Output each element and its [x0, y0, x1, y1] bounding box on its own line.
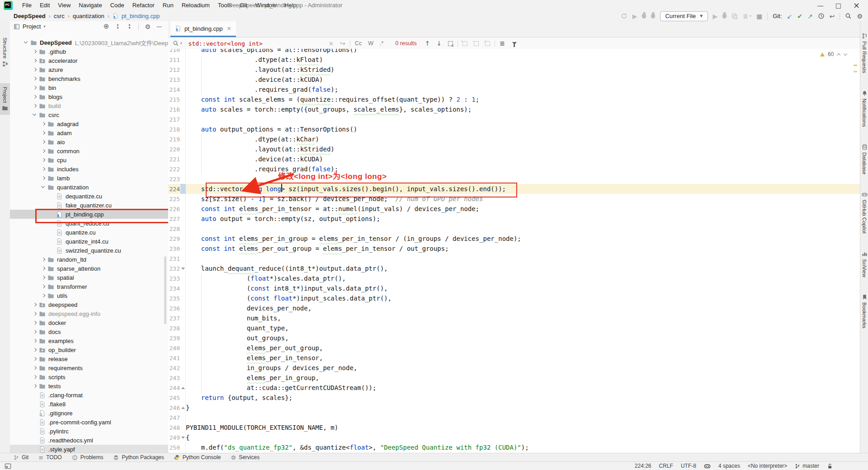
run-config-play-icon[interactable]: ▶	[713, 13, 718, 19]
caret-position[interactable]: 224:26	[635, 463, 651, 469]
panel-settings-gear-icon[interactable]: ⚙	[145, 24, 151, 30]
tree-item-docker[interactable]: docker	[10, 318, 168, 327]
tool-button-pull-requests[interactable]: Pull Requests	[860, 29, 868, 77]
chevron-right-icon[interactable]	[31, 48, 38, 55]
chevron-right-icon[interactable]	[40, 156, 47, 164]
tree-item-adagrad[interactable]: adagrad	[10, 119, 168, 128]
chevron-right-icon[interactable]	[40, 283, 47, 290]
tree-item-sparse_attention[interactable]: sparse_attention	[10, 264, 168, 273]
locate-file-icon[interactable]: ⊕	[104, 23, 109, 30]
chevron-right-icon[interactable]	[31, 66, 38, 73]
code-line-233[interactable]: 233 (float*)scales.data_ptr(),	[168, 273, 860, 283]
coverage-icon[interactable]	[731, 13, 738, 19]
chevron-right-icon[interactable]	[31, 319, 38, 326]
code-line-226[interactable]: 226 const int elems_per_in_tensor = at::…	[168, 204, 860, 214]
code-line-218[interactable]: 218 auto output_options = at::TensorOpti…	[168, 124, 860, 134]
code-line-227[interactable]: 227 auto output = torch::empty(sz, outpu…	[168, 214, 860, 224]
tree-item-examples[interactable]: examples	[10, 336, 168, 345]
chevron-right-icon[interactable]	[40, 292, 47, 299]
tree-item-.gitignore[interactable]: .gitignore	[10, 409, 168, 418]
code-line-242[interactable]: 242 in_groups / devices_per_node,	[168, 363, 860, 373]
chevron-right-icon[interactable]	[31, 328, 38, 335]
chevron-right-icon[interactable]	[40, 265, 47, 272]
chevron-right-icon[interactable]	[31, 310, 38, 317]
tree-item-dequantize.cu[interactable]: dequantize.cu	[10, 192, 168, 201]
tool-button-github-copilot[interactable]: GitHub Copilot	[860, 188, 868, 237]
code-line-241[interactable]: 241 elems_per_in_tensor,	[168, 353, 860, 363]
tool-button-todo[interactable]: ≡ TODO	[38, 454, 61, 461]
tree-item-accelerator[interactable]: accelerator	[10, 56, 168, 65]
tree-item-adam[interactable]: adam	[10, 128, 168, 137]
tab-pt-binding-cpp[interactable]: pt_binding.cpp ×	[170, 21, 236, 37]
menu-edit[interactable]: Edit	[36, 0, 54, 11]
chevron-down-icon[interactable]	[23, 39, 30, 46]
tree-item-common[interactable]: common	[10, 146, 168, 155]
chevron-down-icon[interactable]	[31, 111, 38, 118]
debug-config-icon[interactable]	[722, 14, 726, 19]
code-line-221[interactable]: 221 .device(at::kCUDA)	[168, 154, 860, 164]
code-line-215[interactable]: 215 const int scales_elems = (quantize::…	[168, 94, 860, 104]
tool-button-python-packages[interactable]: Python Packages	[113, 454, 164, 461]
tree-item-utils[interactable]: utils	[10, 291, 168, 300]
tool-button-database[interactable]: Database	[860, 141, 868, 178]
code-line-237[interactable]: 237 num_bits,	[168, 313, 860, 323]
tree-item-lamb[interactable]: lamb	[10, 174, 168, 183]
menu-view[interactable]: View	[54, 0, 75, 11]
tree-item-.flake8[interactable]: .flake8	[10, 400, 168, 409]
settings-gear-icon[interactable]: ⚙	[857, 13, 863, 19]
menu-reloadium[interactable]: Reloadium	[178, 0, 214, 11]
tree-item-.github[interactable]: .github	[10, 47, 168, 56]
close-button[interactable]: ×	[853, 1, 860, 9]
tree-item-benchmarks[interactable]: benchmarks	[10, 74, 168, 83]
select-all-occurrences-icon[interactable]: ✓	[485, 41, 490, 46]
prev-problem-icon[interactable]	[837, 52, 840, 56]
code-line-230[interactable]: 230 const int elems_per_out_group = elem…	[168, 244, 860, 254]
code-line-239[interactable]: 239 out_groups,	[168, 333, 860, 343]
maximize-button[interactable]: □	[835, 2, 841, 9]
tree-item-deepspeed[interactable]: deepspeed	[10, 300, 168, 309]
tree-item-aio[interactable]: aio	[10, 137, 168, 146]
tree-item-requirements[interactable]: requirements	[10, 363, 168, 372]
filter-funnel-icon[interactable]	[512, 42, 517, 45]
chevron-right-icon[interactable]	[40, 274, 47, 281]
add-occurrence-icon[interactable]: +	[462, 41, 467, 46]
code-line-240[interactable]: 240 elems_per_out_group,	[168, 343, 860, 353]
chevron-right-icon[interactable]	[31, 355, 38, 362]
code-line-236[interactable]: 236 devices_per_node,	[168, 303, 860, 313]
git-branch-widget[interactable]: master	[795, 463, 819, 469]
lock-icon[interactable]	[827, 463, 833, 469]
find-clear-icon[interactable]: ×	[329, 40, 334, 47]
history-icon[interactable]	[818, 13, 825, 19]
code-line-216[interactable]: 216 auto scales = torch::empty({out_grou…	[168, 104, 860, 114]
tool-button-python-console[interactable]: Python Console	[174, 454, 221, 461]
tree-item-quantize_int4.cu[interactable]: quantize_int4.cu	[10, 237, 168, 246]
tree-item-.clang-format[interactable]: .clang-format	[10, 390, 168, 400]
sync-icon[interactable]	[621, 13, 627, 19]
expand-all-icon[interactable]	[115, 24, 121, 29]
chevron-right-icon[interactable]	[31, 337, 38, 344]
run-icon[interactable]: ▶	[632, 13, 637, 19]
next-problem-icon[interactable]	[844, 52, 847, 56]
chevron-right-icon[interactable]	[40, 138, 47, 146]
tree-item-cpu[interactable]: cpu	[10, 155, 168, 164]
tree-item-quantization[interactable]: quantization	[10, 183, 168, 192]
prev-occurrence-icon[interactable]: ↑	[425, 40, 430, 47]
tool-button-notifications[interactable]: Notifications	[860, 87, 868, 131]
find-in-selection-icon[interactable]	[448, 41, 453, 46]
code-line-220[interactable]: 220 .layout(at::kStrided)	[168, 144, 860, 154]
code-line-214[interactable]: 214 .requires_grad(false);	[168, 85, 860, 94]
file-encoding[interactable]: UTF-8	[681, 463, 696, 469]
fold-marker-icon[interactable]	[180, 263, 186, 273]
debug-icon[interactable]	[642, 14, 646, 19]
tree-item-bin[interactable]: bin	[10, 83, 168, 92]
chevron-right-icon[interactable]	[31, 102, 38, 109]
indent-setting[interactable]: 4 spaces	[718, 463, 740, 469]
code-line-244[interactable]: 244 at::cuda::getCurrentCUDAStream());	[168, 383, 860, 393]
chevron-right-icon[interactable]	[31, 364, 38, 371]
toolwindow-switcher-icon[interactable]	[5, 463, 11, 470]
tree-item-scripts[interactable]: scripts	[10, 372, 168, 381]
code-line-238[interactable]: 238 quant_type,	[168, 323, 860, 333]
line-separator[interactable]: CRLF	[659, 463, 673, 469]
profiler-icon[interactable]: ≣▾	[743, 13, 751, 19]
tree-item-swizzled_quantize.cu[interactable]: swizzled_quantize.cu	[10, 246, 168, 255]
